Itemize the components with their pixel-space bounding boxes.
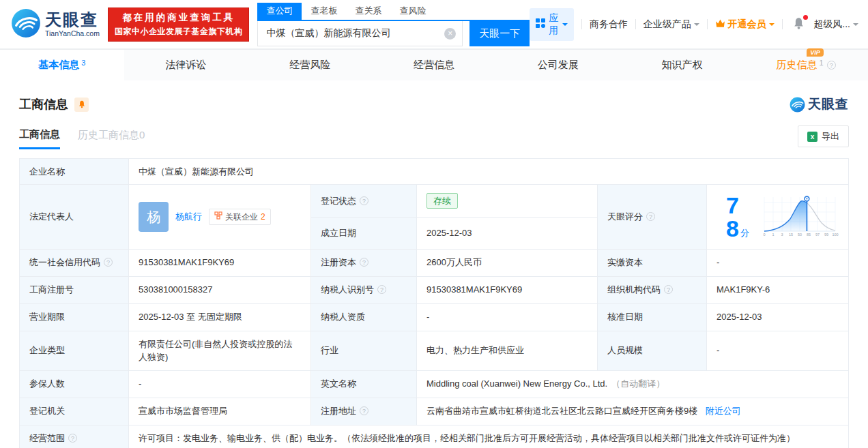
- auto-translate-note: （自动翻译）: [611, 378, 665, 389]
- nav-enterprise-products[interactable]: 企业级产品: [643, 18, 699, 31]
- org-code-value: MAK1F9KY-6: [707, 276, 849, 303]
- status-badge: 存续: [426, 193, 458, 209]
- industry-label: 行业: [311, 331, 417, 370]
- related-companies-label: 关联企业: [225, 211, 258, 223]
- industry-value: 电力、热力生产和供应业: [417, 331, 598, 370]
- logo-swirl-icon: [11, 8, 41, 41]
- legal-rep-cell: 杨 杨航行 关联企业: [129, 185, 311, 250]
- subtab-history-business-info[interactable]: 历史工商信息0: [78, 129, 145, 148]
- company-name-value: 中煤（宣威）新能源有限公司: [129, 159, 849, 185]
- table-row: 参保人数 - 英文名称 Middling coal (Xuanwei) New …: [20, 370, 849, 398]
- approval-date-label: 核准日期: [598, 303, 707, 331]
- subscribe-bell-icon[interactable]: [74, 98, 89, 112]
- help-icon[interactable]: ?: [360, 258, 368, 267]
- tab-basic-info[interactable]: 基本信息 3: [0, 50, 124, 80]
- search-input[interactable]: [257, 21, 463, 46]
- clear-search-icon[interactable]: ×: [444, 28, 456, 40]
- table-row: 法定代表人 杨 杨航行: [20, 185, 849, 218]
- site-logo[interactable]: 天眼查 TianYanCha.com: [11, 8, 100, 41]
- nav-open-vip[interactable]: 开通会员: [715, 18, 775, 31]
- tab-company-development[interactable]: 公司发展: [496, 50, 620, 80]
- relation-graph-icon: [214, 211, 222, 223]
- company-type-value: 有限责任公司(非自然人投资或控股的法人独资): [129, 331, 311, 370]
- tab-operation-risk[interactable]: 经营风险: [248, 50, 372, 80]
- search-button[interactable]: 天眼一下: [469, 21, 530, 46]
- tab-legal-proceedings[interactable]: 法律诉讼: [124, 50, 248, 80]
- help-icon[interactable]: ?: [360, 406, 368, 415]
- legal-rep-name-link[interactable]: 杨航行: [175, 210, 202, 224]
- chevron-down-icon: [853, 23, 858, 29]
- related-companies-badge[interactable]: 关联企业 2: [209, 209, 271, 225]
- business-term-label: 营业期限: [20, 303, 129, 331]
- tab-operation-info[interactable]: 经营信息: [372, 50, 496, 80]
- label-text: 天眼评分: [607, 211, 643, 222]
- tab-label: 公司发展: [538, 59, 579, 72]
- search-tab-boss[interactable]: 查老板: [302, 3, 346, 20]
- cooperation-label: 商务合作: [590, 18, 628, 31]
- staff-size-value: -: [707, 331, 849, 370]
- paid-capital-label: 实缴资本: [598, 249, 707, 276]
- avatar[interactable]: 杨: [139, 202, 169, 232]
- tab-label: 基本信息: [38, 59, 79, 72]
- business-scope-label: 经营范围?: [20, 425, 129, 448]
- nearby-companies-link[interactable]: 附近公司: [706, 406, 741, 416]
- help-icon[interactable]: ?: [360, 196, 368, 205]
- nav-cooperation[interactable]: 商务合作: [590, 18, 628, 31]
- subtab-business-info[interactable]: 工商信息: [19, 128, 60, 149]
- label-text: 组织机构代码: [607, 284, 661, 295]
- crown-icon: [715, 19, 725, 30]
- vip-badge: VIP: [807, 48, 824, 57]
- score-value: 78: [726, 194, 739, 240]
- table-row: 登记机关 宣威市市场监督管理局 注册地址? 云南省曲靖市宣威市虹桥街道北云社区北…: [20, 398, 849, 425]
- divider: [581, 19, 582, 29]
- company-name-label: 企业名称: [20, 159, 129, 185]
- label-text: 统一社会信用代码: [29, 257, 100, 267]
- tianyancha-company-page: 天眼查 TianYanCha.com 都在用的商业查询工具 国家中小企业发展子基…: [0, 0, 868, 448]
- chevron-down-icon: [562, 23, 568, 29]
- score-label: 天眼评分?: [598, 185, 707, 250]
- export-button[interactable]: x 导出: [798, 125, 849, 147]
- table-row: 统一社会信用代码? 91530381MAK1F9KY69 注册资本? 2600万…: [20, 249, 849, 276]
- super-risk-label: 超级风...: [813, 18, 850, 31]
- tab-history-info[interactable]: VIP 历史信息 1 ?: [744, 50, 868, 80]
- related-companies-count: 2: [261, 211, 265, 223]
- help-icon[interactable]: ?: [377, 285, 386, 294]
- tab-label: 历史信息: [777, 59, 818, 72]
- search-tab-risk[interactable]: 查风险: [390, 3, 435, 20]
- help-icon[interactable]: ?: [827, 61, 836, 70]
- brand-watermark: 天眼查: [790, 95, 849, 113]
- apps-menu[interactable]: 应用: [530, 8, 574, 41]
- help-icon[interactable]: ?: [104, 258, 113, 267]
- help-icon[interactable]: ?: [68, 434, 77, 443]
- excel-icon: x: [807, 132, 818, 142]
- help-icon[interactable]: ?: [646, 212, 655, 221]
- notification-bell[interactable]: [792, 17, 805, 32]
- table-row: 营业期限 2025-12-03 至 无固定期限 纳税人资质 - 核准日期 202…: [20, 303, 849, 331]
- english-name-label: 英文名称: [311, 370, 417, 398]
- tab-label: 经营信息: [414, 59, 454, 72]
- brand-watermark-text: 天眼查: [808, 95, 849, 113]
- help-icon[interactable]: ?: [664, 285, 673, 294]
- search-tab-company[interactable]: 查公司: [257, 3, 302, 20]
- table-row: 经营范围? 许可项目：发电业务、输电业务、供（配）电业务。（依法须经批准的项目，…: [20, 425, 849, 448]
- tab-intellectual-property[interactable]: 知识产权: [620, 50, 744, 80]
- search-area: 查公司 查老板 查关系 查风险 × 天眼一下: [257, 3, 530, 46]
- table-row: 工商注册号 530381000158327 纳税人识别号? 91530381MA…: [20, 276, 849, 303]
- axis-tick: 1: [772, 233, 774, 237]
- reg-status-label: 登记状态?: [311, 185, 417, 218]
- axis-tick: 15: [789, 233, 793, 237]
- logo-title: 天眼查: [45, 11, 100, 28]
- search-tab-relation[interactable]: 查关系: [346, 3, 390, 20]
- axis-tick: 85: [807, 233, 811, 237]
- logo-subtitle: TianYanCha.com: [45, 30, 100, 38]
- reg-capital-value: 2600万人民币: [417, 249, 598, 276]
- establish-date-value: 2025-12-03: [417, 218, 598, 249]
- table-row: 企业名称 中煤（宣威）新能源有限公司: [20, 159, 849, 185]
- insured-count-label: 参保人数: [20, 370, 129, 398]
- english-name-text: Middling coal (Xuanwei) New Energy Co., …: [426, 378, 607, 389]
- tab-label: 法律诉讼: [166, 59, 207, 72]
- chevron-down-icon: [694, 23, 699, 29]
- promo-banner: 都在用的商业查询工具 国家中小企业发展子基金旗下机构: [108, 8, 250, 42]
- reg-number-value: 530381000158327: [129, 276, 311, 303]
- nav-super-risk[interactable]: 超级风...: [813, 18, 858, 31]
